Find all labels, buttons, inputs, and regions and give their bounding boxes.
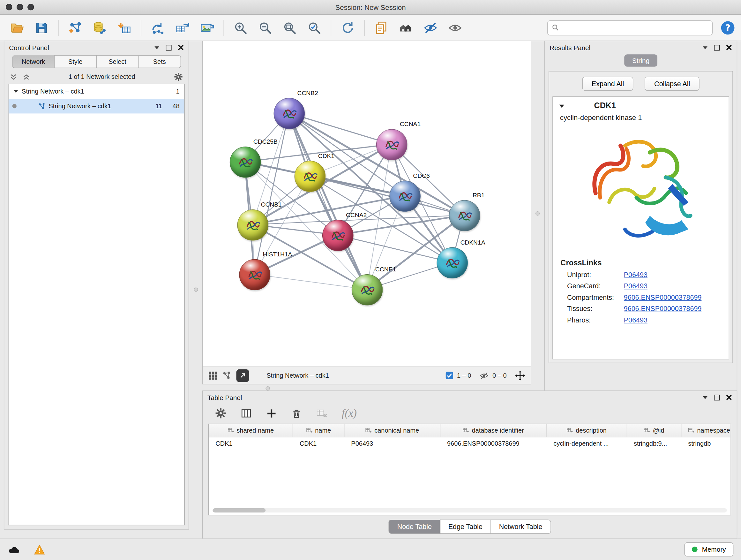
network-node-HIST1H1A[interactable] <box>239 259 270 291</box>
horizontal-scrollbar[interactable] <box>212 508 727 512</box>
network-edge[interactable] <box>254 113 289 274</box>
splitter-grip[interactable] <box>536 211 540 215</box>
tab-network-table[interactable]: Network Table <box>490 520 551 534</box>
panel-menu-caret-icon[interactable] <box>702 395 708 399</box>
collapse-all-button[interactable]: Collapse All <box>645 77 699 91</box>
annotation-mode-button[interactable] <box>236 369 249 382</box>
zoom-out-button[interactable] <box>254 17 276 39</box>
network-node-CCNB2[interactable] <box>273 98 305 129</box>
expand-all-icon[interactable] <box>23 73 30 80</box>
table-cell[interactable]: stringdb <box>681 437 731 450</box>
table-cell[interactable]: 9606.ENSP00000378699 <box>441 437 547 450</box>
save-session-button[interactable] <box>30 17 53 39</box>
tab-select[interactable]: Select <box>96 55 138 68</box>
tab-string[interactable]: String <box>624 54 658 67</box>
network-row-selected[interactable]: String Network – cdk1 11 48 <box>9 99 185 114</box>
crosslink-value[interactable]: P06493 <box>624 316 648 324</box>
import-network-database-button[interactable] <box>88 17 111 39</box>
close-window-button[interactable] <box>6 4 12 10</box>
network-node-CDK1[interactable] <box>294 161 326 192</box>
add-column-plus-icon[interactable] <box>266 408 277 419</box>
network-node-CCNA1[interactable] <box>376 129 408 160</box>
zoom-selected-button[interactable] <box>303 17 326 39</box>
tab-node-table[interactable]: Node Table <box>389 520 440 534</box>
crosslink-value[interactable]: P06493 <box>624 271 648 279</box>
crosslink-value[interactable]: P06493 <box>624 282 648 290</box>
disclosure-caret-icon[interactable] <box>13 90 18 93</box>
zoom-window-button[interactable] <box>27 4 34 10</box>
table-cell[interactable]: cyclin-dependent ... <box>547 437 627 450</box>
hidden-eye-slash-icon[interactable] <box>480 371 488 380</box>
table-row[interactable]: CDK1CDK1P064939606.ENSP00000378699cyclin… <box>209 437 731 450</box>
zoom-fit-button[interactable] <box>278 17 301 39</box>
float-panel-icon[interactable] <box>166 45 172 51</box>
export-table-button[interactable] <box>171 17 194 39</box>
network-node-CDKN1A[interactable] <box>436 247 468 279</box>
network-canvas[interactable]: CCNB2CCNA1CDC25BCDK1CDC6RB1CCNB1CCNA2CDK… <box>203 41 531 367</box>
crosslink-value[interactable]: 9606.ENSP00000378699 <box>624 305 702 313</box>
pan-crosshair-icon[interactable] <box>515 370 525 380</box>
network-node-CCNA2[interactable] <box>322 220 354 251</box>
birds-eye-view-icon[interactable] <box>208 371 217 380</box>
crosslink-value[interactable]: 9606.ENSP00000378699 <box>624 294 702 301</box>
tab-sets[interactable]: Sets <box>138 55 181 68</box>
panel-menu-caret-icon[interactable] <box>702 46 708 50</box>
table-settings-gear-icon[interactable] <box>215 408 226 419</box>
table-cell[interactable]: P06493 <box>345 437 441 450</box>
open-session-button[interactable] <box>6 17 28 39</box>
collapse-all-icon[interactable] <box>10 73 17 80</box>
expand-all-button[interactable]: Expand All <box>582 77 633 91</box>
close-panel-icon[interactable] <box>178 44 184 51</box>
search-input[interactable] <box>562 23 708 32</box>
minimize-window-button[interactable] <box>17 4 23 10</box>
column-header-name[interactable]: name <box>293 424 344 437</box>
tab-network[interactable]: Network <box>12 55 54 68</box>
network-icon[interactable] <box>223 371 231 380</box>
splitter-grip[interactable] <box>266 386 270 390</box>
help-button[interactable]: ? <box>720 20 735 35</box>
show-all-button[interactable] <box>444 17 467 39</box>
tab-edge-table[interactable]: Edge Table <box>440 520 490 534</box>
selected-checkbox-icon[interactable] <box>446 372 453 379</box>
hide-selected-button[interactable] <box>419 17 442 39</box>
export-image-button[interactable] <box>196 17 218 39</box>
refresh-button[interactable] <box>336 17 359 39</box>
network-node-CCNB1[interactable] <box>237 209 268 241</box>
network-node-CDC6[interactable] <box>389 181 421 212</box>
options-gear-icon[interactable] <box>174 72 183 81</box>
column-header-description[interactable]: description <box>547 424 627 437</box>
copy-button[interactable] <box>370 17 393 39</box>
import-network-file-button[interactable] <box>64 17 86 39</box>
column-header-@id[interactable]: @id <box>627 424 681 437</box>
scrollbar-thumb[interactable] <box>212 508 266 512</box>
show-columns-icon[interactable] <box>241 408 252 419</box>
cloud-icon[interactable] <box>8 545 20 554</box>
network-node-RB1[interactable] <box>449 200 480 231</box>
import-table-button[interactable] <box>113 17 136 39</box>
gene-header[interactable]: CDK1 <box>553 97 729 113</box>
column-header-shared-name[interactable]: shared name <box>209 424 293 437</box>
warning-icon[interactable] <box>34 544 45 554</box>
column-header-namespace[interactable]: namespace <box>681 424 731 437</box>
column-header-database-identifier[interactable]: database identifier <box>441 424 547 437</box>
column-header-canonical-name[interactable]: canonical name <box>345 424 441 437</box>
network-node-CDC25B[interactable] <box>230 146 261 178</box>
network-node-CCNE1[interactable] <box>352 274 383 306</box>
first-neighbors-button[interactable] <box>395 17 417 39</box>
zoom-in-button[interactable] <box>229 17 252 39</box>
network-edge[interactable] <box>254 274 367 289</box>
float-panel-icon[interactable] <box>714 395 720 400</box>
new-network-button[interactable] <box>146 17 169 39</box>
panel-menu-caret-icon[interactable] <box>154 46 160 50</box>
network-collection-row[interactable]: String Network – cdk1 1 <box>9 84 185 99</box>
close-panel-icon[interactable] <box>726 394 732 400</box>
table-cell[interactable]: CDK1 <box>209 437 293 450</box>
splitter-grip[interactable] <box>194 287 198 292</box>
close-panel-icon[interactable] <box>726 44 732 51</box>
network-edge[interactable] <box>289 113 367 289</box>
disclosure-caret-icon[interactable] <box>558 104 564 108</box>
table-cell[interactable]: stringdb:9... <box>627 437 681 450</box>
table-cell[interactable]: CDK1 <box>293 437 344 450</box>
delete-column-trash-icon[interactable] <box>291 408 302 419</box>
tab-style[interactable]: Style <box>54 55 96 68</box>
